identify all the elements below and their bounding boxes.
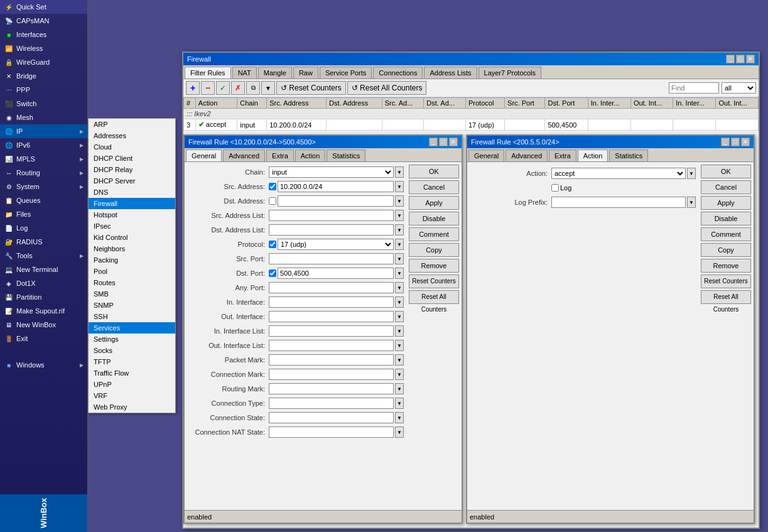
remove-rule-button[interactable]: − — [201, 81, 215, 95]
submenu-item-services[interactable]: Services — [89, 322, 175, 334]
sidebar-item-makesupout[interactable]: 📝 Make Supout.rif — [0, 304, 87, 318]
sidebar-item-system[interactable]: ⚙ System ▶ — [0, 180, 87, 193]
submenu-item-cloud[interactable]: Cloud — [89, 141, 175, 153]
connection-mark-expand[interactable]: ▼ — [395, 369, 404, 380]
submenu-item-upnp[interactable]: UPnP — [89, 379, 175, 390]
out-interface-expand[interactable]: ▼ — [395, 311, 404, 322]
rule2-tab-advanced[interactable]: Advanced — [506, 149, 548, 161]
close-button[interactable]: ✕ — [746, 55, 755, 63]
dst-address-checkbox[interactable] — [269, 197, 276, 205]
rule1-close[interactable]: ✕ — [449, 138, 458, 146]
rule2-maximize[interactable]: □ — [731, 138, 740, 146]
copy-rule-button[interactable]: ⧉ — [246, 81, 260, 95]
log-checkbox[interactable] — [551, 184, 559, 192]
sidebar-item-bridge[interactable]: ✕ Bridge — [0, 69, 87, 83]
tab-connections[interactable]: Connections — [373, 67, 423, 79]
src-address-input[interactable] — [278, 181, 394, 192]
rule2-comment-button[interactable]: Comment — [701, 227, 751, 241]
submenu-item-dhcpclient[interactable]: DHCP Client — [89, 153, 175, 164]
add-rule-button[interactable]: + — [186, 81, 200, 95]
rule2-close[interactable]: ✕ — [741, 138, 750, 146]
sidebar-item-quickset[interactable]: ⚡ Quick Set — [0, 0, 87, 14]
rule2-reset-all-counters-button[interactable]: Reset All Counters — [701, 290, 751, 304]
packet-mark-expand[interactable]: ▼ — [395, 354, 404, 366]
src-addr-list-input[interactable] — [269, 210, 394, 221]
rule2-reset-counters-button[interactable]: Reset Counters — [701, 274, 751, 288]
submenu-item-vrf[interactable]: VRF — [89, 390, 175, 401]
tab-mangle[interactable]: Mangle — [258, 67, 292, 79]
rule1-maximize[interactable]: □ — [439, 138, 448, 146]
submenu-item-snmp[interactable]: SNMP — [89, 300, 175, 311]
rule1-comment-button[interactable]: Comment — [409, 227, 459, 241]
disable-rule-button[interactable]: ✗ — [231, 81, 245, 95]
sidebar-item-tools[interactable]: 🔧 Tools ▶ — [0, 249, 87, 263]
protocol-select[interactable]: 17 (udp)6 (tcp)1 (icmp) — [278, 239, 394, 250]
sidebar-item-wireless[interactable]: 📶 Wireless — [0, 41, 87, 55]
routing-mark-input[interactable] — [269, 383, 394, 394]
submenu-item-arp[interactable]: ARP — [89, 119, 175, 130]
reset-counters-button[interactable]: ↺ Reset Counters — [276, 81, 346, 95]
submenu-item-neighbors[interactable]: Neighbors — [89, 243, 175, 254]
sidebar-item-queues[interactable]: 📋 Queues — [0, 193, 87, 207]
submenu-item-firewall[interactable]: Firewall — [89, 198, 175, 209]
chain-expand-btn[interactable]: ▼ — [395, 166, 404, 178]
connection-state-expand[interactable]: ▼ — [395, 412, 404, 423]
submenu-item-ssh[interactable]: SSH — [89, 311, 175, 322]
sidebar-item-ppp[interactable]: ⋯ PPP — [0, 83, 87, 97]
minimize-button[interactable]: _ — [726, 55, 735, 63]
rule2-cancel-button[interactable]: Cancel — [701, 180, 751, 194]
tab-service-ports[interactable]: Service Ports — [320, 67, 372, 79]
in-interface-list-expand[interactable]: ▼ — [395, 325, 404, 337]
filter-select[interactable]: all accept drop — [722, 82, 756, 94]
connection-mark-input[interactable] — [269, 369, 394, 380]
protocol-checkbox[interactable] — [269, 241, 276, 248]
rule1-ok-button[interactable]: OK — [409, 165, 459, 178]
rule1-remove-button[interactable]: Remove — [409, 259, 459, 273]
in-interface-input[interactable] — [269, 296, 394, 308]
routing-mark-expand[interactable]: ▼ — [395, 383, 404, 394]
rule1-disable-button[interactable]: Disable — [409, 212, 459, 225]
sidebar-item-exit[interactable]: 🚪 Exit — [0, 332, 87, 345]
any-port-expand[interactable]: ▼ — [395, 282, 404, 293]
action-expand[interactable]: ▼ — [687, 168, 696, 179]
sidebar-item-ip[interactable]: 🌐 IP ▶ — [0, 124, 87, 138]
tab-filter-rules[interactable]: Filter Rules — [185, 67, 231, 79]
connection-nat-state-input[interactable] — [269, 426, 394, 438]
out-interface-list-expand[interactable]: ▼ — [395, 340, 404, 351]
src-address-checkbox[interactable] — [269, 183, 276, 190]
rule1-cancel-button[interactable]: Cancel — [409, 180, 459, 194]
maximize-button[interactable]: □ — [736, 55, 745, 63]
src-address-expand[interactable]: ▼ — [395, 181, 404, 192]
sidebar-item-wireguard[interactable]: 🔒 WireGuard — [0, 55, 87, 69]
tab-nat[interactable]: NAT — [232, 67, 257, 79]
sidebar-item-partition[interactable]: 💾 Partition — [0, 290, 87, 304]
sidebar-item-radius[interactable]: 🔐 RADIUS — [0, 235, 87, 249]
src-port-expand[interactable]: ▼ — [395, 253, 404, 264]
connection-nat-state-expand[interactable]: ▼ — [395, 426, 404, 438]
dst-port-expand[interactable]: ▼ — [395, 268, 404, 279]
submenu-item-hotspot[interactable]: Hotspot — [89, 209, 175, 220]
table-row[interactable]: 3 ✔ accept input 10.200.0.0/24 17 (udp) … — [184, 119, 759, 131]
out-interface-list-input[interactable] — [269, 340, 394, 351]
rule1-reset-counters-button[interactable]: Reset Counters — [409, 274, 459, 288]
submenu-item-packing[interactable]: Packing — [89, 254, 175, 266]
rule1-tab-action[interactable]: Action — [295, 149, 326, 161]
tab-raw[interactable]: Raw — [293, 67, 318, 79]
rule2-tab-statistics[interactable]: Statistics — [609, 149, 648, 161]
connection-type-input[interactable] — [269, 398, 394, 409]
submenu-item-trafficflow[interactable]: Traffic Flow — [89, 367, 175, 379]
submenu-item-webproxy[interactable]: Web Proxy — [89, 401, 175, 413]
sidebar-item-mpls[interactable]: 📊 MPLS ▶ — [0, 152, 87, 166]
log-prefix-expand[interactable]: ▼ — [687, 197, 696, 208]
rule1-tab-advanced[interactable]: Advanced — [223, 149, 265, 161]
sidebar-item-interfaces[interactable]: ■ Interfaces — [0, 28, 87, 41]
any-port-input[interactable] — [269, 282, 394, 293]
rule1-tab-statistics[interactable]: Statistics — [327, 149, 365, 161]
submenu-item-pool[interactable]: Pool — [89, 266, 175, 277]
sidebar-item-dot1x[interactable]: ◈ Dot1X — [0, 276, 87, 290]
dst-address-expand[interactable]: ▼ — [395, 195, 404, 207]
rule2-copy-button[interactable]: Copy — [701, 243, 751, 257]
submenu-item-kidcontrol[interactable]: Kid Control — [89, 232, 175, 243]
in-interface-expand[interactable]: ▼ — [395, 296, 404, 308]
rule2-tab-action[interactable]: Action — [578, 149, 608, 161]
